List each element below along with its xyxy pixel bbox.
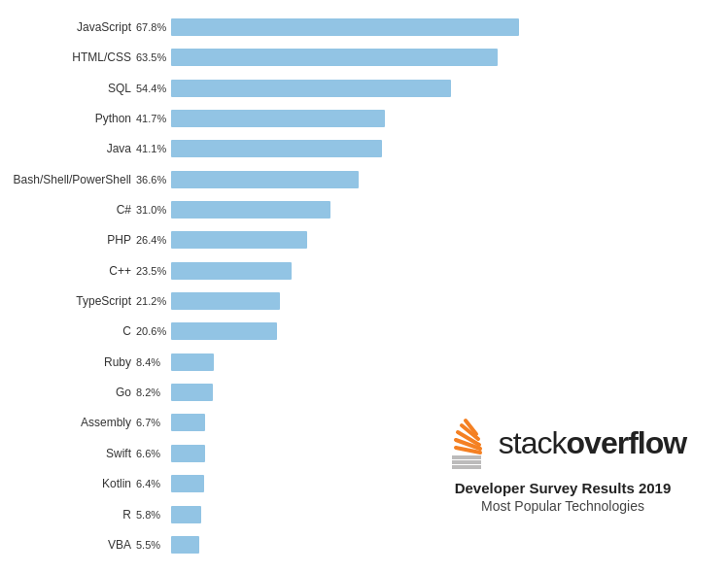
bar-pct: 67.8% [136, 21, 171, 33]
bar-fill [171, 201, 330, 219]
so-wordmark: stackoverflow [499, 425, 686, 461]
bar-track [171, 384, 709, 401]
so-icon [439, 417, 493, 470]
bar-fill [171, 80, 451, 97]
so-text-stack: stack [499, 425, 567, 460]
bar-label: JavaScript [10, 20, 136, 34]
bar-row: TypeScript21.2% [10, 288, 709, 314]
bar-track [171, 231, 709, 249]
bar-pct: 36.6% [136, 174, 171, 185]
bar-label: VBA [10, 538, 136, 552]
bar-fill [171, 475, 204, 492]
bar-fill [171, 384, 213, 401]
bar-track [171, 80, 709, 97]
bar-label: Java [10, 142, 136, 155]
bar-pct: 54.4% [136, 83, 171, 94]
bar-label: HTML/CSS [10, 50, 136, 64]
bar-fill [171, 506, 201, 523]
bar-fill [171, 292, 280, 310]
bar-label: Bash/Shell/PowerShell [10, 173, 136, 186]
bar-fill [171, 536, 199, 554]
bar-label: Assembly [10, 416, 136, 429]
bar-row: C20.6% [10, 319, 709, 344]
bar-track [171, 292, 709, 310]
bar-pct: 31.0% [136, 204, 171, 216]
bar-fill [171, 414, 205, 431]
bar-pct: 5.8% [136, 509, 171, 521]
bar-label: C++ [10, 264, 136, 278]
bar-row: VBA5.5% [10, 532, 709, 557]
bar-fill [171, 110, 385, 127]
bar-pct: 8.2% [136, 387, 171, 398]
bar-label: R [10, 508, 136, 522]
bar-label: Kotlin [10, 477, 136, 490]
bar-label: Python [10, 112, 136, 125]
logo-area: stackoverflow Developer Survey Results 2… [427, 417, 699, 514]
bar-label: TypeScript [10, 294, 136, 308]
bar-fill [171, 18, 519, 36]
bar-fill [171, 322, 277, 340]
bar-fill [171, 171, 359, 188]
bar-row: JavaScript67.8% [10, 15, 709, 40]
bar-row: Ruby8.4% [10, 350, 709, 375]
bar-track [171, 110, 709, 127]
bar-row: C++23.5% [10, 258, 709, 284]
bar-pct: 5.5% [136, 539, 171, 551]
so-logo: stackoverflow [427, 417, 699, 470]
bar-fill [171, 231, 307, 249]
bar-track [171, 536, 709, 554]
bar-label: Ruby [10, 355, 136, 369]
bar-track [171, 322, 709, 340]
bar-track [171, 171, 709, 188]
bar-pct: 20.6% [136, 325, 171, 337]
bar-row: Go8.2% [10, 380, 709, 405]
bar-pct: 8.4% [136, 356, 171, 368]
bar-pct: 21.2% [136, 295, 171, 307]
bar-pct: 6.7% [136, 417, 171, 428]
bar-label: Swift [10, 447, 136, 460]
bar-fill [171, 49, 498, 66]
bar-label: C [10, 324, 136, 338]
bar-row: PHP26.4% [10, 227, 709, 252]
bar-pct: 23.5% [136, 265, 171, 277]
bar-row: SQL54.4% [10, 76, 709, 101]
bar-fill [171, 140, 382, 157]
bar-label: SQL [10, 82, 136, 95]
bar-pct: 26.4% [136, 234, 171, 246]
bar-label: Go [10, 386, 136, 399]
bar-fill [171, 353, 214, 371]
chart-container: JavaScript67.8%HTML/CSS63.5%SQL54.4%Pyth… [0, 0, 728, 572]
bar-track [171, 18, 709, 36]
bar-pct: 41.7% [136, 113, 171, 124]
bar-pct: 41.1% [136, 143, 171, 154]
bar-row: Java41.1% [10, 136, 709, 161]
bar-pct: 6.6% [136, 448, 171, 459]
so-text-overflow: overflow [567, 425, 687, 460]
bar-track [171, 140, 709, 157]
bar-row: Bash/Shell/PowerShell36.6% [10, 167, 709, 192]
bar-label: C# [10, 203, 136, 217]
bar-fill [171, 262, 292, 280]
bar-track [171, 262, 709, 280]
bar-track [171, 49, 709, 66]
bar-track [171, 353, 709, 371]
bar-pct: 63.5% [136, 51, 171, 63]
bar-row: Python41.7% [10, 106, 709, 131]
bar-row: HTML/CSS63.5% [10, 45, 709, 70]
survey-subtitle: Most Popular Technologies [427, 498, 699, 514]
bar-pct: 6.4% [136, 478, 171, 489]
bar-label: PHP [10, 233, 136, 247]
survey-title: Developer Survey Results 2019 [427, 478, 699, 498]
bar-track [171, 201, 709, 219]
bar-row: C#31.0% [10, 197, 709, 222]
bar-fill [171, 445, 205, 462]
